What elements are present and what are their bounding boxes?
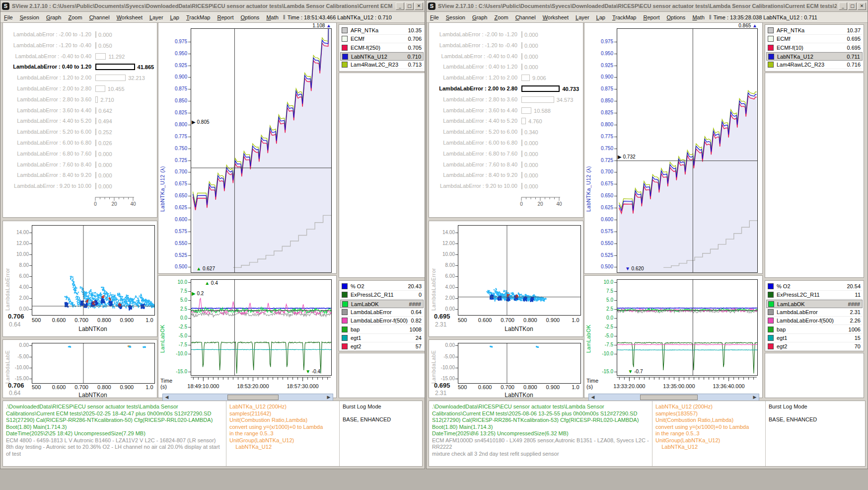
legend-row[interactable]: ECMf0.706 <box>340 35 424 43</box>
histogram-row[interactable]: LambdaLabError : 4.40 to 5.204.760 <box>429 116 583 126</box>
legend-row[interactable]: egt124 <box>340 334 424 342</box>
histogram-row[interactable]: LambdaLabError : 0.40 to 1.2041.865 <box>3 62 157 72</box>
legend-row[interactable]: LambdaLabError-f(500)2.26 <box>766 317 863 325</box>
lamlab-plot[interactable] <box>617 279 758 376</box>
window-titlebar[interactable]: S SView 2.17.10 : C:\Users\Public\Docume… <box>427 0 868 12</box>
maximize-button[interactable]: □ <box>848 2 857 10</box>
histogram-row[interactable]: LambdaLabError : 6.00 to 6.800.026 <box>3 138 157 148</box>
menu-item-file[interactable]: File <box>0 13 16 21</box>
legend-row[interactable]: ECMf-f(250)0.705 <box>340 44 424 52</box>
maximize-button[interactable]: □ <box>405 2 414 10</box>
menu-item-lap[interactable]: Lap <box>167 13 183 21</box>
histogram-row[interactable]: LambdaLabError : 5.20 to 6.000.252 <box>3 127 157 137</box>
histogram-row[interactable]: LambdaLabError : 5.20 to 6.000.340 <box>429 127 583 137</box>
scroll-thumb[interactable] <box>227 395 279 400</box>
legend-row[interactable]: Lam4RawL2C_R230.716 <box>766 61 863 69</box>
histogram-row[interactable]: LambdaLabError : 0.40 to 1.200.000 <box>429 62 583 72</box>
menu-item-math[interactable]: Math <box>689 13 708 21</box>
histogram-row[interactable]: LambdaLabError : 3.60 to 4.400.642 <box>3 106 157 116</box>
time-scrollbar[interactable]: ◀▶ <box>588 394 759 401</box>
histogram-row[interactable]: LambdaLabError : 2.00 to 2.8010.455 <box>3 84 157 94</box>
menu-item-graph[interactable]: Graph <box>43 13 65 21</box>
legend-row[interactable]: egt270 <box>766 342 863 351</box>
time-scrollbar[interactable]: ◀▶ <box>162 394 333 401</box>
scatter2-plot[interactable] <box>32 343 155 384</box>
legend-row[interactable]: AFR_NTKa10.35 <box>340 26 424 35</box>
legend-row[interactable]: % O220.54 <box>766 282 863 291</box>
legend-row[interactable]: LambdaLabError0.64 <box>340 308 424 317</box>
menu-item-channel[interactable]: Channel <box>512 13 539 21</box>
histogram-row[interactable]: LambdaLabError : 2.80 to 3.602.710 <box>3 95 157 105</box>
lambda-chart-plot[interactable] <box>191 28 332 273</box>
histogram-row[interactable]: LambdaLabError : 7.60 to 8.400.000 <box>3 160 157 170</box>
menu-item-report[interactable]: Report <box>640 13 663 21</box>
menu-item-channel[interactable]: Channel <box>86 13 113 21</box>
scroll-right-arrow[interactable]: ▶ <box>325 394 332 401</box>
histogram-row[interactable]: LambdaLabError : 9.20 to 10.000.000 <box>3 181 157 191</box>
histogram-row[interactable]: LambdaLabError : 2.00 to 2.8040.733 <box>429 84 583 94</box>
legend-row[interactable]: LabNTKa_U120.711 <box>766 52 863 61</box>
histogram-row[interactable]: LambdaLabError : 6.80 to 7.600.000 <box>429 149 583 159</box>
lambda-chart-plot[interactable] <box>617 28 758 273</box>
legend-row[interactable]: LamLabOK#### <box>766 300 863 308</box>
scroll-right-arrow[interactable]: ▶ <box>751 394 758 401</box>
menu-item-worksheet[interactable]: Worksheet <box>539 13 572 21</box>
histogram-row[interactable]: LambdaLabError : 8.40 to 9.200.000 <box>429 170 583 180</box>
scatter1-plot[interactable] <box>32 225 155 316</box>
legend-row[interactable]: bap1008 <box>340 326 424 334</box>
histogram-row[interactable]: LambdaLabError : -2.00 to -1.200.000 <box>3 30 157 40</box>
histogram-row[interactable]: LambdaLabError : 4.40 to 5.200.494 <box>3 116 157 126</box>
legend-row[interactable]: ExPressL2C_R110 <box>340 291 424 299</box>
menu-item-math[interactable]: Math <box>263 13 282 21</box>
window-titlebar[interactable]: S SView 2.17.10 : C:\Users\Public\Docume… <box>0 0 425 12</box>
menu-item-trackmap[interactable]: TrackMap <box>609 13 640 21</box>
legend-row[interactable]: bap1006 <box>766 326 863 334</box>
menu-item-lap[interactable]: Lap <box>593 13 609 21</box>
lamlab-plot[interactable] <box>191 279 332 376</box>
scroll-left-arrow[interactable]: ◀ <box>163 394 170 401</box>
histogram-row[interactable]: LambdaLabError : 6.00 to 6.800.000 <box>429 138 583 148</box>
menu-item-zoom[interactable]: Zoom <box>65 13 85 21</box>
menu-item-layer[interactable]: Layer <box>146 13 167 21</box>
minimize-button[interactable]: _ <box>839 2 847 10</box>
histogram-row[interactable]: LambdaLabError : 1.20 to 2.0032.213 <box>3 73 157 83</box>
histogram-row[interactable]: LambdaLabError : -1.20 to -0.400.050 <box>3 41 157 51</box>
minimize-button[interactable]: _ <box>396 2 404 10</box>
close-button[interactable]: ✕ <box>858 2 866 10</box>
histogram-row[interactable]: LambdaLabError : 2.80 to 3.6034.573 <box>429 95 583 105</box>
legend-row[interactable]: LamLabOK#### <box>340 300 424 308</box>
histogram-row[interactable]: LambdaLabError : 3.60 to 4.4010.588 <box>429 106 583 116</box>
legend-row[interactable]: egt257 <box>340 342 424 351</box>
menu-item-layer[interactable]: Layer <box>572 13 593 21</box>
histogram-row[interactable]: LambdaLabError : 6.80 to 7.600.000 <box>3 149 157 159</box>
menu-item-graph[interactable]: Graph <box>469 13 491 21</box>
histogram-row[interactable]: LambdaLabError : 1.20 to 2.009.006 <box>429 73 583 83</box>
menu-item-session[interactable]: Session <box>16 13 43 21</box>
legend-row[interactable]: LambdaLabError-f(500)0.82 <box>340 317 424 325</box>
legend-row[interactable]: % O220.43 <box>340 282 424 291</box>
menu-item-trackmap[interactable]: TrackMap <box>183 13 214 21</box>
legend-row[interactable]: LabNTKa_U120.710 <box>340 52 424 61</box>
menu-item-file[interactable]: File <box>427 13 442 21</box>
menu-item-worksheet[interactable]: Worksheet <box>113 13 146 21</box>
legend-row[interactable]: AFR_NTKa10.37 <box>766 26 863 35</box>
menu-item-options[interactable]: Options <box>237 13 263 21</box>
histogram-row[interactable]: LambdaLabError : 8.40 to 9.200.000 <box>3 170 157 180</box>
scroll-thumb[interactable] <box>640 395 698 400</box>
legend-row[interactable]: Lam4RawL2C_R230.713 <box>340 61 424 69</box>
legend-row[interactable]: ECMf-f(10)0.695 <box>766 44 863 52</box>
legend-row[interactable]: ExPressL2C_R1111 <box>766 291 863 299</box>
scroll-left-arrow[interactable]: ◀ <box>589 394 596 401</box>
legend-row[interactable]: egt115 <box>766 334 863 342</box>
menu-item-options[interactable]: Options <box>663 13 689 21</box>
close-button[interactable]: ✕ <box>415 2 423 10</box>
histogram-row[interactable]: LambdaLabError : -0.40 to 0.400.000 <box>429 52 583 62</box>
scatter2-plot[interactable] <box>458 343 581 384</box>
histogram-row[interactable]: LambdaLabError : 9.20 to 10.000.000 <box>429 181 583 191</box>
menu-item-report[interactable]: Report <box>214 13 237 21</box>
histogram-row[interactable]: LambdaLabError : -1.20 to -0.400.000 <box>429 41 583 51</box>
scatter1-plot[interactable] <box>458 225 581 316</box>
histogram-row[interactable]: LambdaLabError : -0.40 to 0.4011.292 <box>3 52 157 62</box>
histogram-row[interactable]: LambdaLabError : -2.00 to -1.200.000 <box>429 30 583 40</box>
menu-item-session[interactable]: Session <box>442 13 469 21</box>
